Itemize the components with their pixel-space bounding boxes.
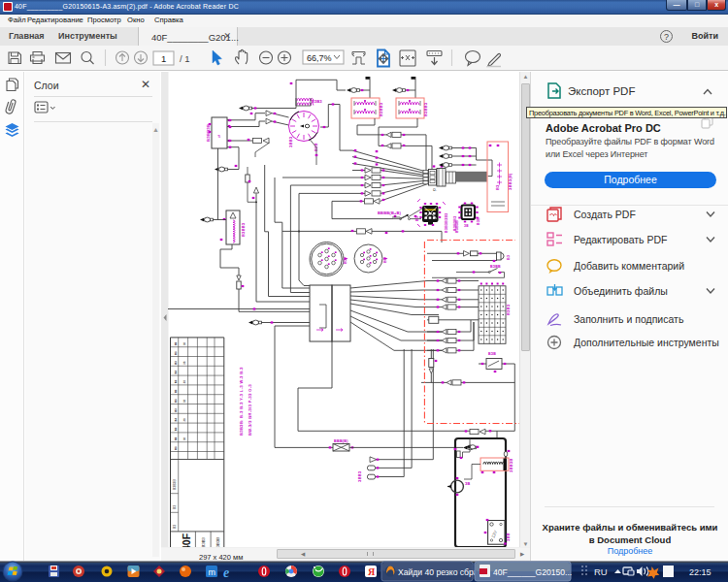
svg-text:зв: зв xyxy=(182,342,186,345)
svg-text:зв: зв xyxy=(182,380,186,383)
svg-text:вз: вз xyxy=(174,399,178,403)
svg-text:m: m xyxy=(209,567,216,577)
svg-text:ВЗВЗ: ВЗВЗ xyxy=(312,100,322,104)
svg-text:вз: вз xyxy=(174,418,178,422)
svg-text:Ω.: Ω. xyxy=(433,188,437,192)
svg-text:ВЗ: ВЗ xyxy=(496,184,500,190)
svg-text:ВВВВ(В+В): ВВВВ(В+В) xyxy=(378,210,402,215)
svg-text:ЗВВЗ: ЗВВЗ xyxy=(358,470,362,482)
svg-text:e: e xyxy=(223,566,229,580)
svg-text:ВЗ: ВЗ xyxy=(173,525,177,529)
svg-text:ЗВВ: ЗВВ xyxy=(507,533,511,541)
svg-text:ЗВЗВ: ЗВЗВ xyxy=(215,537,220,548)
svg-text:ВЗВЗВ: В-З В-З Y-З L-З W-З В-З: ВЗВЗВ: В-З В-З Y-З L-З W-З В-З xyxy=(239,367,244,436)
svg-text:RU: RU xyxy=(594,566,608,577)
svg-text:Я: Я xyxy=(368,566,376,577)
svg-text:ВЗВВЗ: ВЗВВЗ xyxy=(424,102,428,116)
svg-text:зв: зв xyxy=(182,437,186,440)
svg-text:ВЗВЗВ: ВЗВЗВ xyxy=(455,220,459,233)
svg-text:зв: зв xyxy=(182,399,186,402)
svg-text:вз: вз xyxy=(174,361,178,365)
svg-text:1: 1 xyxy=(161,53,166,64)
svg-text:ВЗ: ВЗ xyxy=(383,257,387,263)
svg-text:/ 1: / 1 xyxy=(180,53,190,64)
svg-text:вз: вз xyxy=(174,371,178,374)
svg-text:ВВВ(В): ВВВ(В) xyxy=(334,439,348,443)
svg-text:зв: зв xyxy=(182,361,186,364)
svg-text:вз: вз xyxy=(174,446,178,450)
svg-text:Хайди 40 резко сбра...: Хайди 40 резко сбра... xyxy=(398,567,485,577)
svg-text:ВЗВВ: ВЗВВ xyxy=(490,265,501,269)
svg-text:BW-З/З BR-З/З P-ЗЗ O-З: BW-З/З BR-З/З P-ЗЗ O-З xyxy=(248,384,252,436)
svg-text:ЗВВЗ(В): ЗВВЗ(В) xyxy=(509,173,513,190)
svg-text:ВЗ: ВЗ xyxy=(344,258,347,264)
svg-text:ЗВВЗ: ЗВВЗ xyxy=(289,136,293,147)
svg-text:ВЗ: ВЗ xyxy=(507,254,511,260)
svg-text:40F______G20150...: 40F______G20150... xyxy=(493,567,572,577)
svg-text:зв: зв xyxy=(182,418,186,421)
svg-text:ВЗ: ВЗ xyxy=(415,216,419,221)
svg-text:ВЗВЗ: ВЗВЗ xyxy=(201,537,206,548)
svg-text:ВЗВЗВ: ВЗВЗВ xyxy=(173,479,177,490)
svg-text:ЗВ: ЗВ xyxy=(464,224,469,228)
svg-text:вз: вз xyxy=(174,436,178,440)
svg-text:ВЗВ: ВЗВ xyxy=(477,217,480,225)
svg-text:ВЗВВЗ: ВЗВВЗ xyxy=(242,222,246,237)
svg-text:вз: вз xyxy=(174,379,178,383)
svg-text:вз: вз xyxy=(174,408,178,412)
svg-text:вз: вз xyxy=(174,351,178,355)
svg-text:66,7%: 66,7% xyxy=(307,53,332,63)
svg-text:вз: вз xyxy=(174,389,178,393)
svg-text:ВЗ: ВЗ xyxy=(173,505,177,509)
svg-text:вз: вз xyxy=(174,427,178,431)
svg-text:ВЗВЗВЗВЗ: ВЗВЗВЗВЗ xyxy=(445,212,448,233)
svg-text:вз: вз xyxy=(174,341,178,345)
svg-text:ВЗВ: ВЗВ xyxy=(488,352,496,356)
svg-text:ЗВ: ЗВ xyxy=(465,482,471,486)
svg-text:ВЗВВЗ: ВЗВВЗ xyxy=(380,102,383,116)
svg-text:ВЗВЗ: ВЗВЗ xyxy=(507,304,511,315)
svg-text:22:15: 22:15 xyxy=(689,567,711,577)
svg-text:ЗВВЗВ: ЗВВЗВ xyxy=(510,459,513,472)
